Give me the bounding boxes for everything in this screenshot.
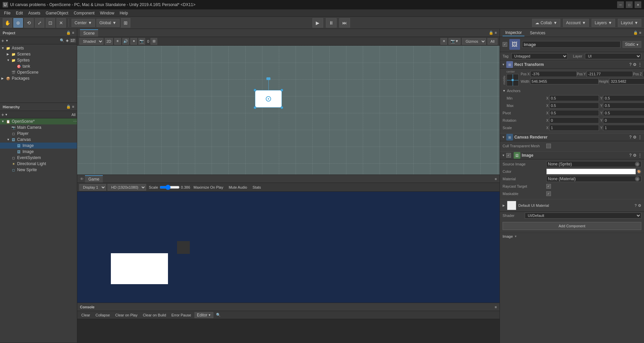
static-dropdown[interactable]: Static ▼ <box>622 41 641 48</box>
image-component-header[interactable]: ▼ 🖼 Image ? ⚙ ⋮ <box>500 151 644 159</box>
scale-tool-button[interactable]: ⤢ <box>35 18 44 28</box>
rotation-handle[interactable] <box>266 77 270 80</box>
menu-icon[interactable]: ≡ <box>495 177 497 181</box>
mute-audio-button[interactable]: Mute Audio <box>227 185 249 190</box>
camera-view-button[interactable]: 📷▼ <box>448 38 461 45</box>
space-dropdown[interactable]: Global ▼ <box>96 19 120 27</box>
tree-item-scenes[interactable]: ▶ 📁 Scenes <box>0 51 77 57</box>
layers-dropdown[interactable]: Layers ▼ <box>592 19 615 27</box>
scale-slider[interactable] <box>160 185 180 189</box>
context-menu-icon[interactable]: ⋮ <box>638 135 642 140</box>
material-picker-button[interactable]: ◎ <box>635 177 640 181</box>
active-checkbox[interactable] <box>503 42 507 47</box>
help-icon[interactable]: ? <box>629 135 632 140</box>
account-dropdown[interactable]: Account ▼ <box>563 19 589 27</box>
game-tab[interactable]: Game <box>85 175 103 183</box>
menu-window[interactable]: Window <box>97 10 117 16</box>
extra-tool-button[interactable]: ⊞ <box>121 18 130 28</box>
object-name-input[interactable] <box>522 41 620 48</box>
gizmos-dropdown[interactable]: Gizmos <box>462 38 486 45</box>
menu-file[interactable]: File <box>1 10 13 16</box>
pos-z-input[interactable] <box>643 71 644 77</box>
handle-tr[interactable] <box>281 89 283 91</box>
resolution-dropdown[interactable]: HD (1920x1080) <box>108 184 146 191</box>
display-dropdown[interactable]: Display 1 <box>79 184 106 191</box>
transform-tool-button[interactable]: ✕ <box>56 18 66 28</box>
lock-icon[interactable]: 🔒 <box>633 31 638 35</box>
move-icon[interactable]: ✕ <box>440 38 447 45</box>
menu-icon[interactable]: ≡ <box>495 305 497 309</box>
tree-item-openscene[interactable]: 🎬 OpenScene <box>0 69 77 75</box>
audio-button[interactable]: 🔊 <box>122 38 129 45</box>
settings-icon[interactable]: ⚙ <box>633 135 637 140</box>
services-tab[interactable]: Services <box>527 30 548 36</box>
canvas-renderer-header[interactable]: ▼ ⊞ Canvas Renderer ? ⚙ ⋮ <box>500 133 644 141</box>
settings-icon[interactable]: ⚙ <box>633 62 637 67</box>
settings-icon[interactable]: ⚙ <box>633 153 637 158</box>
menu-icon[interactable]: ≡ <box>639 31 641 35</box>
help-icon[interactable]: ? <box>629 62 632 67</box>
move-tool-button[interactable]: ⊕ <box>13 18 23 28</box>
shader-dropdown[interactable]: UI/Default <box>525 213 641 219</box>
grid-button[interactable]: ⊞ <box>151 38 157 45</box>
menu-assets[interactable]: Assets <box>26 10 43 16</box>
editor-dropdown[interactable]: Editor ▼ <box>195 312 213 318</box>
maximize-on-play-button[interactable]: Maximize On Play <box>191 185 225 190</box>
tree-item-sprites[interactable]: ▼ 📁 Sprites <box>0 57 77 63</box>
help-icon[interactable]: ? <box>629 153 632 158</box>
maximize-button[interactable]: □ <box>626 1 633 8</box>
pos-x-input[interactable] <box>530 71 577 77</box>
rotate-tool-button[interactable]: ⟲ <box>24 18 34 28</box>
add-button[interactable]: + <box>1 38 4 43</box>
menu-icon[interactable]: ≡ <box>495 31 497 35</box>
play-button[interactable]: ▶ <box>312 18 323 28</box>
scale-x-input[interactable] <box>549 125 599 131</box>
menu-gameobject[interactable]: GameObject <box>43 10 71 16</box>
hierarchy-directional-light[interactable]: ☀ Directional Light <box>0 161 77 167</box>
rotation-y-input[interactable] <box>603 117 644 123</box>
rect-transform-header[interactable]: ▼ ⊞ Rect Transform ? ⚙ ⋮ <box>500 61 644 69</box>
context-menu-icon[interactable]: ⋮ <box>638 62 642 67</box>
color-eyedropper-button[interactable]: 🎨 <box>637 169 641 174</box>
raycast-target-checkbox[interactable] <box>546 184 551 189</box>
cull-transparent-checkbox[interactable] <box>546 144 551 148</box>
hierarchy-eventsystem[interactable]: ◻ EventSystem <box>0 155 77 161</box>
hierarchy-player[interactable]: ◻ Player <box>0 130 77 137</box>
clear-on-build-button[interactable]: Clear on Build <box>141 313 168 317</box>
anchor-min-x-input[interactable] <box>549 95 599 101</box>
handle-bl[interactable] <box>254 106 256 109</box>
rotation-x-input[interactable] <box>549 117 599 123</box>
scene-image-element[interactable] <box>255 90 282 108</box>
camera-button[interactable]: 📷 <box>138 38 145 45</box>
search-console-icon[interactable]: 🔍 <box>216 313 221 317</box>
layer-dropdown[interactable]: UI <box>585 53 641 59</box>
source-image-picker-button[interactable]: ◎ <box>635 162 640 166</box>
pos-y-input[interactable] <box>587 71 633 77</box>
error-pause-button[interactable]: Error Pause <box>169 313 193 317</box>
handle-tl[interactable] <box>254 89 256 91</box>
settings-icon[interactable]: ⚙ <box>638 203 641 208</box>
image-enabled-checkbox[interactable] <box>506 153 511 158</box>
shading-dropdown[interactable]: Shaded <box>79 38 103 45</box>
hand-tool-button[interactable]: ✋ <box>3 18 12 28</box>
hierarchy-image-2[interactable]: 🖼 Image <box>0 149 77 155</box>
collapse-button[interactable]: Collapse <box>93 313 112 317</box>
tree-item-assets[interactable]: ▼ 📁 Assets <box>0 45 77 51</box>
minimize-button[interactable]: ─ <box>617 1 624 8</box>
fx-button[interactable]: ✦ <box>130 38 137 45</box>
hierarchy-new-sprite[interactable]: ◻ New Sprite <box>0 167 77 173</box>
height-input[interactable] <box>609 78 644 84</box>
layout-dropdown[interactable]: Layout ▼ <box>618 19 641 27</box>
pivot-x-input[interactable] <box>549 110 599 116</box>
tree-item-packages[interactable]: ▶ 📦 Packages <box>0 75 77 81</box>
inspector-tab[interactable]: Inspector <box>503 30 524 36</box>
rect-tool-button[interactable]: ⊡ <box>46 18 55 28</box>
menu-component[interactable]: Component <box>71 10 97 16</box>
pivot-y-input[interactable] <box>603 110 644 116</box>
stats-button[interactable]: Stats <box>251 185 263 190</box>
pause-button[interactable]: ⏸ <box>326 18 337 28</box>
clear-on-play-button[interactable]: Clear on Play <box>113 313 139 317</box>
menu-edit[interactable]: Edit <box>13 10 26 16</box>
material-section-header[interactable]: ▶ Default UI Material ? ⚙ <box>500 199 644 212</box>
pivot-dropdown[interactable]: Center ▼ <box>72 19 95 27</box>
